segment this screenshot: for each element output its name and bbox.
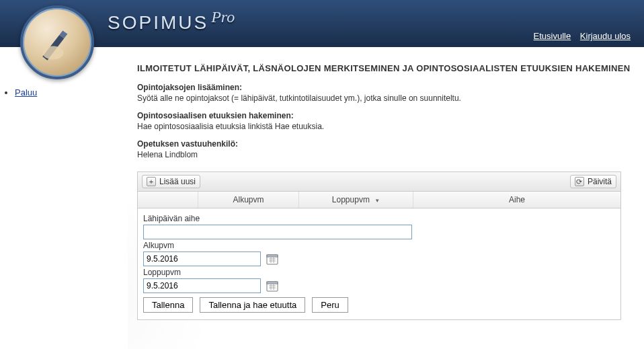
calendar-icon[interactable] (266, 280, 278, 292)
grid-panel: + Lisää uusi ⟳ Päivitä Alkupvm Loppupvm … (137, 171, 621, 320)
add-new-label: Lisää uusi (159, 177, 196, 186)
col-end[interactable]: Loppupvm ▼ (299, 192, 413, 208)
col-end-label: Loppupvm (332, 195, 370, 204)
grid-header: Alkupvm Loppupvm ▼ Aihe (138, 192, 620, 208)
cancel-button[interactable]: Peru (312, 297, 348, 313)
sidebar-item-back: Paluu (15, 87, 122, 98)
button-row: Tallenna Tallenna ja hae etuutta Peru (143, 297, 615, 313)
col-start-label: Alkupvm (233, 195, 264, 204)
add-new-button[interactable]: + Lisää uusi (142, 175, 200, 188)
end-date-input[interactable] (143, 278, 261, 293)
col-topic-label: Aihe (509, 195, 525, 204)
topic-input[interactable] (143, 225, 412, 239)
sec2-label: Opintososiaalisen etuuksien hakeminen: (137, 111, 635, 120)
refresh-button[interactable]: ⟳ Päivitä (570, 175, 616, 188)
brand: SOPIMUSPro (108, 12, 232, 34)
brand-name: SOPIMUS (108, 12, 208, 33)
page-title: ILMOITETUT LÄHIPÄIVÄT, LÄSNÄOLOJEN MERKI… (137, 63, 635, 73)
sec2-text: Hae opintososiaalisia etuuksia linkistä … (137, 122, 635, 131)
start-label: Alkupvm (143, 241, 615, 250)
main: ILMOITETUT LÄHIPÄIVÄT, LÄSNÄOLOJEN MERKI… (128, 47, 644, 349)
home-link[interactable]: Etusivulle (534, 31, 571, 41)
top-banner: SOPIMUSPro Etusivulle Kirjaudu ulos (0, 0, 644, 47)
save-button[interactable]: Tallenna (143, 297, 193, 313)
svg-point-0 (43, 46, 64, 60)
col-start[interactable]: Alkupvm (198, 192, 299, 208)
logo (20, 5, 94, 79)
layout: Paluu ILMOITETUT LÄHIPÄIVÄT, LÄSNÄOLOJEN… (0, 47, 644, 349)
svg-rect-2 (267, 255, 278, 257)
sec1-text: Syötä alle ne opintojaksot (= lähipäivät… (137, 93, 635, 103)
plus-icon: + (147, 177, 156, 186)
refresh-icon: ⟳ (575, 177, 584, 186)
calendar-icon[interactable] (266, 253, 278, 265)
topic-label: Lähipäivän aihe (143, 214, 615, 223)
pen-hand-icon (33, 18, 81, 66)
grid-toolbar: + Lisää uusi ⟳ Päivitä (138, 172, 620, 192)
brand-suffix: Pro (211, 8, 235, 26)
col-topic[interactable]: Aihe (413, 192, 620, 208)
start-date-input[interactable] (143, 251, 261, 266)
end-label: Loppupvm (143, 268, 615, 277)
sec3-label: Opetuksen vastuuhenkilö: (137, 139, 635, 149)
back-link[interactable]: Paluu (15, 87, 37, 98)
sec3-text: Helena Lindblom (137, 150, 635, 159)
sort-desc-icon: ▼ (374, 198, 380, 204)
sidebar: Paluu (0, 47, 128, 349)
logout-link[interactable]: Kirjaudu ulos (580, 31, 631, 41)
save-apply-button[interactable]: Tallenna ja hae etuutta (200, 297, 305, 313)
svg-rect-8 (267, 282, 278, 284)
sec1-label: Opintojaksojen lisääminen: (137, 83, 635, 92)
col-spacer (138, 192, 198, 208)
grid-body: Lähipäivän aihe Alkupvm Loppupvm (138, 208, 620, 319)
top-links: Etusivulle Kirjaudu ulos (527, 31, 631, 41)
refresh-label: Päivitä (588, 177, 612, 186)
